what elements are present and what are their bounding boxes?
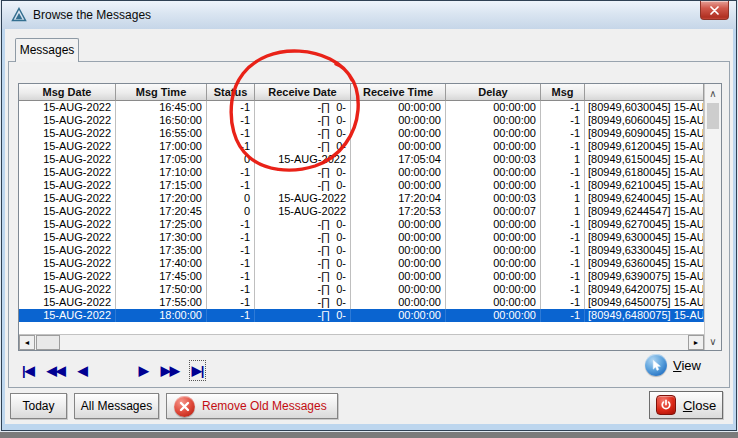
next-record-button[interactable]: ▶ [139,363,148,378]
cell-msg-time: 17:40:00 [116,257,207,270]
cell-msg-date: 15-AUG-2022 [19,270,116,283]
cell-status: -1 [207,166,255,179]
table-row[interactable]: 15-AUG-202218:00:00-1-∏ 0-00:00:0000:00:… [19,309,704,322]
cell-receive-time: 00:00:00 [351,179,446,192]
table-row[interactable]: 15-AUG-202217:15:00-1-∏ 0-00:00:0000:00:… [19,179,704,192]
cell-text: [80949,6240045] 15-AUG-2 [585,192,704,205]
cell-msg-date: 15-AUG-2022 [19,153,116,166]
cell-receive-date: -∏ 0- [255,257,351,270]
table-row[interactable]: 15-AUG-202216:45:00-1-∏ 0-00:00:0000:00:… [19,101,704,114]
cell-msg: -1 [541,140,585,153]
table-row[interactable]: 15-AUG-202217:10:00-1-∏ 0-00:00:0000:00:… [19,166,704,179]
table-row[interactable]: 15-AUG-202216:50:00-1-∏ 0-00:00:0000:00:… [19,114,704,127]
column-header-receive-date[interactable]: Receive Date [255,84,351,101]
table-row[interactable]: 15-AUG-202216:55:00-1-∏ 0-00:00:0000:00:… [19,127,704,140]
cell-status: -1 [207,127,255,140]
column-header-receive-time[interactable]: Receive Time [351,84,446,101]
remove-old-messages-label: Remove Old Messages [202,399,327,413]
cell-text: [80949,6420075] 15-AUG-2 [585,283,704,296]
cell-receive-time: 00:00:00 [351,140,446,153]
table-row[interactable]: 15-AUG-202217:25:00-1-∏ 0-00:00:0000:00:… [19,218,704,231]
column-header-msg-date[interactable]: Msg Date [19,84,116,101]
cell-delay: 00:00:00 [446,140,541,153]
window-title: Browse the Messages [33,1,151,29]
cell-receive-time: 00:00:00 [351,244,446,257]
cell-text: [80949,6210045] 15-AUG-2 [585,179,704,192]
cell-delay: 00:00:00 [446,179,541,192]
cell-msg-date: 15-AUG-2022 [19,166,116,179]
table-row[interactable]: 15-AUG-202217:20:00015-AUG-202217:20:040… [19,192,704,205]
cell-msg-time: 17:05:00 [116,153,207,166]
cell-msg: -1 [541,270,585,283]
table-row[interactable]: 15-AUG-202217:55:00-1-∏ 0-00:00:0000:00:… [19,296,704,309]
prior-record-button[interactable]: ◀ [78,363,87,378]
all-messages-button[interactable]: All Messages [74,393,159,419]
cell-receive-time: 17:20:53 [351,205,446,218]
scroll-left-button[interactable]: ◄ [19,335,35,350]
cell-msg-time: 17:55:00 [116,296,207,309]
table-row[interactable]: 15-AUG-202217:00:00-1-∏ 0-00:00:0000:00:… [19,140,704,153]
cell-msg: -1 [541,101,585,114]
cell-receive-date: -∏ 0- [255,114,351,127]
cell-status: 0 [207,153,255,166]
scroll-right-button[interactable]: ► [688,335,704,350]
cell-msg-time: 17:25:00 [116,218,207,231]
titlebar-close-button[interactable] [700,1,729,20]
cell-status: -1 [207,244,255,257]
table-row[interactable]: 15-AUG-202217:45:00-1-∏ 0-00:00:0000:00:… [19,270,704,283]
cell-delay: 00:00:00 [446,270,541,283]
vertical-scroll-thumb[interactable] [707,103,719,129]
last-record-button[interactable]: ▶| [192,363,204,378]
cell-receive-date: -∏ 0- [255,231,351,244]
cell-receive-time: 17:05:04 [351,153,446,166]
table-row[interactable]: 15-AUG-202217:20:45015-AUG-202217:20:530… [19,205,704,218]
today-button[interactable]: Today [10,393,67,419]
column-header-msg-time[interactable]: Msg Time [116,84,207,101]
next-set-button[interactable]: ▶▶ [161,363,179,378]
table-row[interactable]: 15-AUG-202217:05:00015-AUG-202217:05:040… [19,153,704,166]
first-record-button[interactable]: |◀ [22,363,34,378]
cell-delay: 00:00:00 [446,244,541,257]
cell-receive-time: 17:20:04 [351,192,446,205]
table-row[interactable]: 15-AUG-202217:30:00-1-∏ 0-00:00:0000:00:… [19,231,704,244]
scroll-down-button[interactable]: ∨ [705,334,721,349]
cell-text: [80949,6390075] 15-AUG-2 [585,270,704,283]
cell-msg: 1 [541,205,585,218]
vertical-scrollbar[interactable]: ∧ ∨ [704,84,721,350]
close-icon [710,6,719,15]
dialog-window: Browse the Messages Messages Msg DateMsg… [1,0,737,431]
table-row[interactable]: 15-AUG-202217:50:00-1-∏ 0-00:00:0000:00:… [19,283,704,296]
tab-messages[interactable]: Messages [15,38,79,62]
cell-msg-date: 15-AUG-2022 [19,127,116,140]
title-bar: Browse the Messages [2,1,736,29]
column-header-text[interactable] [585,84,704,101]
horizontal-scrollbar[interactable]: ◄ ► [19,334,704,350]
close-label: Close [683,398,716,413]
cell-msg-date: 15-AUG-2022 [19,205,116,218]
table-row[interactable]: 15-AUG-202217:40:00-1-∏ 0-00:00:0000:00:… [19,257,704,270]
column-header-status[interactable]: Status [207,84,255,101]
cell-msg-time: 17:30:00 [116,231,207,244]
cell-receive-time: 00:00:00 [351,231,446,244]
cell-receive-time: 00:00:00 [351,101,446,114]
remove-circle-x-icon [174,396,195,417]
scroll-up-button[interactable]: ∧ [705,86,721,101]
record-navigation-bar: |◀◀◀◀▶▶▶▶| [22,357,203,383]
prior-set-button[interactable]: ◀◀ [47,363,65,378]
column-header-msg[interactable]: Msg [541,84,585,101]
cell-status: -1 [207,257,255,270]
cell-text: [80949,6360045] 15-AUG-2 [585,257,704,270]
cell-msg-date: 15-AUG-2022 [19,231,116,244]
view-control[interactable]: View [645,354,701,376]
cell-status: -1 [207,140,255,153]
column-header-delay[interactable]: Delay [446,84,541,101]
cell-receive-date: -∏ 0- [255,296,351,309]
view-cursor-icon [645,354,667,376]
table-row[interactable]: 15-AUG-202217:35:00-1-∏ 0-00:00:0000:00:… [19,244,704,257]
cell-receive-time: 00:00:00 [351,218,446,231]
close-button[interactable]: Close [649,391,723,419]
remove-old-messages-button[interactable]: Remove Old Messages [166,393,338,419]
cell-msg-time: 17:50:00 [116,283,207,296]
scroll-left-icon: ◄ [24,339,31,346]
horizontal-scroll-thumb[interactable] [36,335,60,350]
